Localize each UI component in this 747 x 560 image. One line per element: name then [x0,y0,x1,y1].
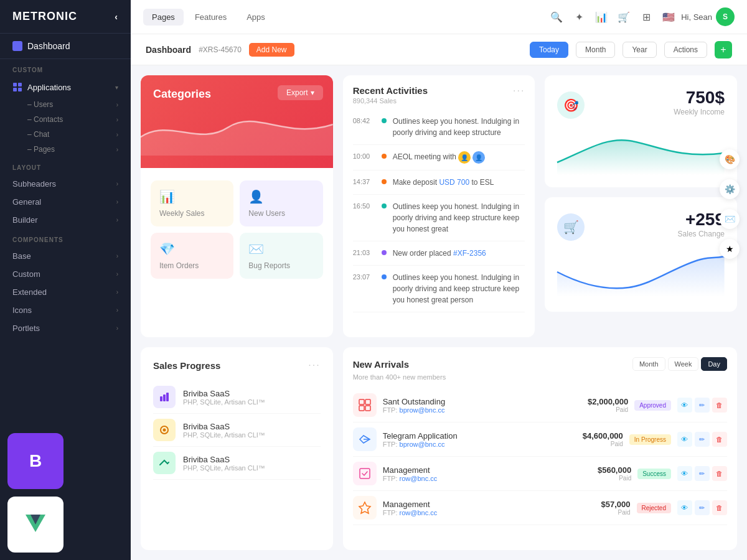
delete-icon-1[interactable]: 🗑 [712,398,727,413]
topnav: Pages Features Apps 🔍 ✦ 📊 🛒 ⊞ 🇺🇸 Hi, Sea… [131,0,747,34]
sidebar-item-subheaders[interactable]: Subheaders › [0,175,131,193]
svg-rect-0 [13,83,17,86]
activity-dot-6 [382,274,387,279]
sales-amount: +259 [678,210,725,230]
topnav-tab-pages[interactable]: Pages [143,9,184,26]
income-amount: 750$ [674,88,725,108]
actions-button[interactable]: Actions [664,42,707,58]
sidebar-sub-chat[interactable]: – Chat › [0,127,131,142]
arrivals-card: New Arrivals Month Week Day More than 40… [343,347,737,550]
edit-icon-2[interactable]: ✏ [695,432,710,447]
sidebar-item-extended[interactable]: Extended › [0,283,131,301]
sidebar-sub-users[interactable]: – Users › [0,97,131,112]
delete-icon-2[interactable]: 🗑 [712,432,727,447]
page-title: Dashboard [146,45,191,55]
arrival-info-4: Management FTP: row@bnc.cc [383,500,595,516]
topnav-tab-apps[interactable]: Apps [238,9,274,26]
arrival-actions-4: 👁 ✏ 🗑 [677,500,727,515]
settings-icon[interactable]: ⚙️ [720,179,740,199]
mini-card-bug-reports: ✉️ Bug Reports [240,233,322,279]
sidebar-sub-pages[interactable]: – Pages › [0,142,131,157]
arrival-info-3: Management FTP: row@bnc.cc [383,465,591,482]
flag-icon[interactable]: 🇺🇸 [659,7,679,27]
delete-icon-4[interactable]: 🗑 [712,500,727,515]
svg-rect-14 [365,406,370,411]
week-period-button[interactable]: Week [668,357,699,371]
sidebar-collapse-icon[interactable]: ‹ [115,12,118,22]
subheader: Dashboard #XRS-45670 Add New Today Month… [131,34,747,65]
sidebar-dashboard[interactable]: Dashboard [0,34,131,59]
arrival-actions-2: 👁 ✏ 🗑 [677,432,727,447]
sidebar-components-label: COMPONENTS [0,229,131,247]
mini-card-new-users: 👤 New Users [240,180,322,226]
arrival-icon-3 [353,462,377,485]
sidebar-item-portlets[interactable]: Portlets › [0,319,131,337]
add-new-button[interactable]: Add New [249,43,294,57]
activity-dot-3 [382,179,387,184]
sidebar-dashboard-label: Dashboard [27,41,70,51]
progress-menu-icon[interactable]: ··· [308,360,320,371]
progress-header: Sales Progress ··· [153,360,321,371]
sidebar-item-icons[interactable]: Icons › [0,301,131,319]
dashboard-icon [12,41,22,51]
network-icon[interactable]: ✦ [569,7,589,27]
eye-icon-2[interactable]: 👁 [677,432,692,447]
topnav-tab-features[interactable]: Features [186,9,235,26]
eye-icon-1[interactable]: 👁 [677,398,692,413]
income-chart [557,125,725,175]
today-button[interactable]: Today [530,42,568,58]
eye-icon-4[interactable]: 👁 [677,500,692,515]
progress-avatar-1 [153,386,176,408]
sidebar-item-general[interactable]: General › [0,193,131,211]
palette-icon[interactable]: 🎨 [720,149,740,169]
sidebar-sub-contacts[interactable]: – Contacts › [0,112,131,127]
grid-icon[interactable]: ⊞ [636,7,656,27]
income-label: Weekly Income [674,108,725,116]
send-icon[interactable]: ✉️ [720,209,740,229]
applications-label: Applications [27,83,71,92]
svg-rect-7 [163,394,166,401]
activities-subtitle: 890,344 Sales [353,97,428,105]
progress-avatar-3 [153,452,176,474]
cart-icon[interactable]: 🛒 [614,7,634,27]
edit-icon-3[interactable]: ✏ [695,466,710,481]
month-period-button[interactable]: Month [632,357,665,371]
star-icon[interactable]: ★ [720,239,740,259]
year-button[interactable]: Year [622,42,656,58]
chart-icon[interactable]: 📊 [591,7,611,27]
right-action-icons: 🎨 ⚙️ ✉️ ★ [720,149,740,259]
sidebar-item-applications[interactable]: Applications ▾ [0,77,131,97]
eye-icon-3[interactable]: 👁 [677,466,692,481]
wave-chart [141,106,333,156]
month-button[interactable]: Month [576,42,615,58]
arrival-actions-3: 👁 ✏ 🗑 [677,466,727,481]
activity-item-6: 23:07 Outlines keep you honest. Indulgin… [353,266,525,312]
edit-icon-1[interactable]: ✏ [695,398,710,413]
income-card: 🎯 750$ Weekly Income [545,75,737,187]
sales-progress-title: Sales Progress [153,360,220,371]
delete-icon-3[interactable]: 🗑 [712,466,727,481]
sidebar-item-base[interactable]: Base › [0,247,131,265]
arrival-item-4: Management FTP: row@bnc.cc $57,000 Paid … [353,491,727,525]
edit-icon-4[interactable]: ✏ [695,500,710,515]
user-menu[interactable]: Hi, Sean S [681,7,735,26]
sidebar-custom-label: CUSTOM [0,59,131,77]
search-icon[interactable]: 🔍 [547,7,566,27]
sidebar-item-custom[interactable]: Custom › [0,265,131,283]
plus-button[interactable]: + [715,41,732,58]
sidebar-layout-label: LAYOUT [0,157,131,175]
sidebar-item-builder[interactable]: Builder › [0,211,131,229]
sidebar-logo: METRONIC ‹ [0,0,131,34]
arrivals-title: New Arrivals [353,359,409,370]
main-area: Pages Features Apps 🔍 ✦ 📊 🛒 ⊞ 🇺🇸 Hi, Sea… [131,0,747,560]
export-button[interactable]: Export ▾ [278,85,323,100]
svg-rect-11 [359,399,364,404]
activity-item-3: 14:37 Make deposit USD 700 to ESL [353,170,525,195]
activity-dot-2 [382,154,387,159]
mini-card-weekly-sales: 📊 Weekly Sales [151,180,233,226]
content-area: Categories Export ▾ 📊 Weekly Sales [131,65,747,560]
categories-header: Categories Export ▾ [141,75,333,168]
activities-menu-icon[interactable]: ··· [513,85,525,96]
arrival-amount-1: $2,000,000 Paid [588,397,628,413]
day-period-button[interactable]: Day [701,357,727,371]
